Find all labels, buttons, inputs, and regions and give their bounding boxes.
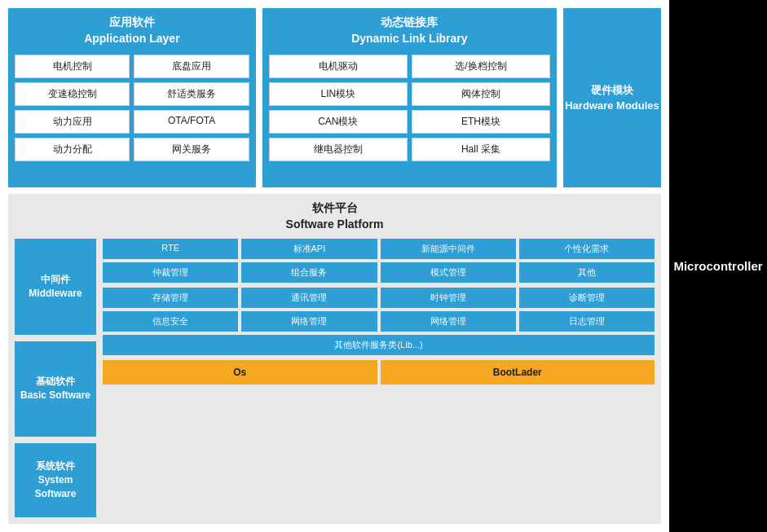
- mw-cell: 新能源中间件: [381, 239, 516, 259]
- app-cell: 动力分配: [15, 138, 130, 161]
- sys-cell-bootlader: BootLader: [381, 360, 655, 385]
- platform-left-labels: 中间件 Middleware 基础软件 Basic Software 系统软件: [15, 239, 96, 517]
- software-platform: 软件平台 Software Platform 中间件 Middleware 基础…: [8, 194, 661, 524]
- basic-cell: 网络管理: [381, 311, 516, 332]
- app-cell: 变速稳控制: [15, 82, 130, 106]
- mw-cell: 标准API: [241, 239, 377, 259]
- mw-cell: 仲裁管理: [103, 262, 238, 283]
- top-section: 应用软件 Application Layer 电机控制 底盘应用 变速稳控制 舒…: [8, 8, 661, 187]
- app-cell: 底盘应用: [134, 55, 249, 78]
- platform-right-content: RTE 标准API 新能源中间件 个性化需求 仲裁管理 组合服务 模式管理 其他: [103, 239, 655, 517]
- mw-row-1: RTE 标准API 新能源中间件 个性化需求: [103, 239, 655, 259]
- mw-cell: 模式管理: [381, 262, 516, 283]
- basic-cell: 网络管理: [241, 311, 377, 332]
- right-sidebar: Microcontroller: [669, 0, 767, 532]
- app-cell: 动力应用: [15, 110, 130, 134]
- mw-row-2: 仲裁管理 组合服务 模式管理 其他: [103, 262, 655, 283]
- app-cell: OTA/FOTA: [134, 110, 249, 134]
- middleware-label: 中间件 Middleware: [15, 239, 96, 334]
- left-content: 应用软件 Application Layer 电机控制 底盘应用 变速稳控制 舒…: [0, 0, 669, 532]
- main-container: 应用软件 Application Layer 电机控制 底盘应用 变速稳控制 舒…: [0, 0, 767, 532]
- basic-cell: 存储管理: [103, 288, 238, 308]
- dll-cell: CAN模块: [269, 110, 408, 134]
- basic-rows: 存储管理 通讯管理 时钟管理 诊断管理 信息安全 网络管理 网络管理 日志管理 …: [103, 288, 655, 355]
- app-cell: 电机控制: [15, 55, 130, 78]
- dll-title: 动态链接库 Dynamic Link Library: [269, 15, 550, 50]
- basic-cell: 日志管理: [519, 311, 655, 332]
- dll-block: 动态链接库 Dynamic Link Library 电机驱动 选/换档控制 L…: [262, 8, 557, 187]
- mw-cell: 其他: [519, 262, 655, 283]
- mw-cell: 个性化需求: [519, 239, 655, 259]
- app-cell: 网关服务: [134, 138, 249, 161]
- dll-cell: 选/换档控制: [412, 55, 550, 78]
- platform-title: 软件平台 Software Platform: [15, 200, 655, 234]
- app-layer-grid: 电机控制 底盘应用 变速稳控制 舒适类服务 动力应用 OTA/FOTA 动力分配…: [15, 55, 249, 161]
- lib-bar: 其他软件服务类(Lib...): [103, 335, 655, 355]
- mw-cell: 组合服务: [241, 262, 377, 283]
- app-cell: 舒适类服务: [134, 82, 249, 106]
- middleware-rows: RTE 标准API 新能源中间件 个性化需求 仲裁管理 组合服务 模式管理 其他: [103, 239, 655, 283]
- basic-label: 基础软件 Basic Software: [15, 341, 96, 437]
- dll-cell: 继电器控制: [269, 138, 408, 161]
- sys-cell-os: Os: [103, 360, 377, 385]
- dll-grid: 电机驱动 选/换档控制 LIN模块 阀体控制 CAN模块 ETH模块 继电器控制…: [269, 55, 550, 161]
- dll-cell: 电机驱动: [269, 55, 408, 78]
- hardware-block: 硬件模块 Hardware Modules: [563, 8, 661, 187]
- app-layer-title: 应用软件 Application Layer: [15, 15, 249, 50]
- basic-row-2: 信息安全 网络管理 网络管理 日志管理: [103, 311, 655, 332]
- basic-row-1: 存储管理 通讯管理 时钟管理 诊断管理: [103, 288, 655, 308]
- system-rows: Os BootLader: [103, 360, 655, 385]
- basic-cell: 通讯管理: [241, 288, 377, 308]
- system-label: 系统软件 System Software: [15, 443, 96, 517]
- basic-cell: 信息安全: [103, 311, 238, 332]
- dll-cell: 阀体控制: [412, 82, 550, 106]
- dll-cell: Hall 采集: [412, 138, 550, 161]
- dll-cell: LIN模块: [269, 82, 408, 106]
- app-layer-block: 应用软件 Application Layer 电机控制 底盘应用 变速稳控制 舒…: [8, 8, 256, 187]
- basic-cell: 时钟管理: [381, 288, 516, 308]
- basic-cell: 诊断管理: [519, 288, 655, 308]
- mw-cell: RTE: [103, 239, 238, 259]
- dll-cell: ETH模块: [412, 110, 550, 134]
- platform-content: 中间件 Middleware 基础软件 Basic Software 系统软件: [15, 239, 655, 517]
